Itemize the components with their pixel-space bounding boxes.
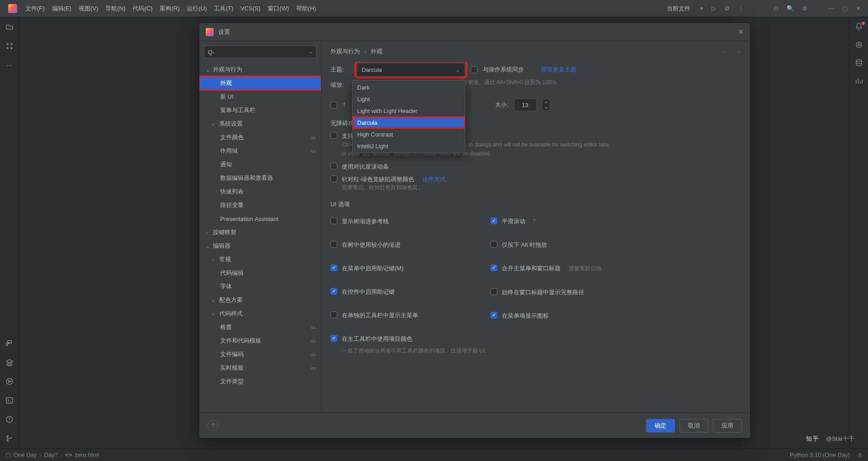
- dropdown-item[interactable]: Light with Light Header: [353, 105, 465, 117]
- python-console-icon[interactable]: [5, 339, 14, 348]
- tree-item[interactable]: Presentation Assistant: [199, 212, 321, 226]
- tree-item[interactable]: 菜单与工具栏: [199, 103, 321, 117]
- tree-item[interactable]: 快速列表: [199, 185, 321, 198]
- tree-item[interactable]: 数据编辑器和查看器: [199, 171, 321, 185]
- database-icon[interactable]: [855, 59, 863, 67]
- breadcrumb[interactable]: ▢ One Day › Day7 › <> zero.html: [5, 452, 99, 458]
- menu-navigate[interactable]: 导航(N): [102, 5, 129, 13]
- menu-tools[interactable]: 工具(T): [210, 5, 237, 13]
- ok-button[interactable]: 确定: [646, 419, 675, 433]
- services-icon[interactable]: [5, 377, 14, 386]
- gear-icon[interactable]: ⚙: [724, 5, 730, 12]
- run-icon[interactable]: ▷: [712, 5, 716, 12]
- screen-reader-checkbox[interactable]: [330, 132, 337, 139]
- checkbox[interactable]: [491, 217, 497, 224]
- how-it-works-link[interactable]: 运作方式: [422, 176, 446, 183]
- tree-item[interactable]: ›代码样式: [199, 307, 321, 320]
- settings-tree[interactable]: ⌄外观与行为外观新 UI菜单与工具栏›系统设置文件颜色▭作用域▭通知数据编辑器和…: [199, 63, 321, 413]
- ai-icon[interactable]: [855, 41, 863, 49]
- checkbox[interactable]: [330, 241, 337, 248]
- tree-item[interactable]: 检查▭: [199, 320, 321, 334]
- menu-file[interactable]: 文件(F): [22, 5, 48, 13]
- tree-item[interactable]: 代码编辑: [199, 266, 321, 280]
- window-close-icon[interactable]: ✕: [856, 5, 861, 12]
- settings-icon[interactable]: ⚙: [802, 5, 807, 12]
- dropdown-item[interactable]: Dark: [353, 81, 465, 93]
- lock-icon[interactable]: [857, 452, 863, 458]
- checkbox[interactable]: [330, 217, 337, 224]
- use-custom-font-checkbox[interactable]: [330, 102, 337, 108]
- person-icon[interactable]: ◴: [774, 5, 778, 12]
- tree-item[interactable]: 字体: [199, 280, 321, 293]
- checkbox[interactable]: [330, 335, 337, 342]
- checkbox[interactable]: [491, 288, 497, 295]
- menu-view[interactable]: 视图(V): [75, 5, 102, 13]
- checkbox[interactable]: [330, 311, 337, 318]
- back-icon[interactable]: ←: [721, 48, 727, 55]
- tree-item[interactable]: 通知: [199, 158, 321, 171]
- more-tools-icon[interactable]: ⋯: [5, 61, 14, 70]
- problems-icon[interactable]: [5, 415, 14, 424]
- tree-item[interactable]: 文件颜色▭: [199, 131, 321, 144]
- search-input[interactable]: [204, 46, 316, 58]
- notifications-icon[interactable]: [855, 23, 863, 31]
- help-icon[interactable]: ?: [533, 217, 536, 224]
- tree-item[interactable]: ›系统设置: [199, 117, 321, 131]
- contrast-scrollbar-checkbox[interactable]: [330, 163, 337, 169]
- menu-window[interactable]: 窗口(W): [264, 5, 292, 13]
- forward-icon[interactable]: →: [735, 48, 741, 55]
- layers-icon[interactable]: [5, 358, 14, 367]
- project-icon[interactable]: [5, 23, 14, 32]
- checkbox[interactable]: [491, 264, 497, 271]
- tree-item[interactable]: ⌄编辑器: [199, 239, 321, 253]
- chevron-down-icon[interactable]: ▾: [700, 5, 703, 12]
- tree-item[interactable]: 文件类型: [199, 375, 321, 388]
- tree-item[interactable]: 文件和代码模板▭: [199, 334, 321, 348]
- font-size-input[interactable]: [514, 99, 537, 111]
- interpreter-label[interactable]: Python 3.10 (One Day): [790, 452, 850, 458]
- search-icon[interactable]: 🔍: [787, 5, 794, 12]
- tree-item[interactable]: 文件编码▭: [199, 348, 321, 361]
- cancel-button[interactable]: 取消: [679, 419, 708, 433]
- stats-icon[interactable]: [855, 77, 863, 85]
- window-restore-icon[interactable]: ▢: [842, 5, 848, 12]
- tree-item[interactable]: ›按键映射: [199, 226, 321, 239]
- dropdown-item[interactable]: IntelliJ Light: [353, 140, 465, 152]
- font-size-stepper[interactable]: ▴▾: [542, 99, 550, 111]
- checkbox[interactable]: [330, 288, 337, 295]
- tree-item[interactable]: 作用域▭: [199, 144, 321, 158]
- structure-icon[interactable]: [5, 42, 14, 51]
- checkbox[interactable]: [491, 241, 497, 248]
- checkbox[interactable]: [330, 264, 337, 271]
- checkbox[interactable]: [491, 312, 497, 319]
- apply-button[interactable]: 应用: [713, 419, 742, 433]
- terminal-icon[interactable]: [5, 396, 14, 405]
- dropdown-item[interactable]: Light: [353, 93, 465, 105]
- menu-run[interactable]: 运行(U): [183, 5, 210, 13]
- tree-item[interactable]: ⌄外观与行为: [199, 63, 321, 76]
- menu-vcs[interactable]: VCS(S): [237, 5, 264, 12]
- menu-refactor[interactable]: 重构(R): [156, 5, 183, 13]
- current-file-label[interactable]: 当前文件: [667, 5, 690, 13]
- theme-combo[interactable]: Darcula ⌄: [357, 63, 465, 76]
- menu-help[interactable]: 帮助(H): [292, 5, 320, 13]
- help-icon[interactable]: ?: [208, 420, 218, 431]
- sync-os-checkbox[interactable]: [471, 66, 477, 73]
- dropdown-item[interactable]: High Contrast: [353, 128, 465, 140]
- get-more-themes-link[interactable]: 获取更多主题: [541, 66, 576, 74]
- more-icon[interactable]: ⋮: [738, 5, 744, 12]
- git-icon[interactable]: [5, 434, 14, 443]
- menu-edit[interactable]: 编辑(E): [48, 5, 75, 13]
- tree-item[interactable]: 路径变量: [199, 198, 321, 212]
- dropdown-item[interactable]: Darcula: [353, 117, 465, 128]
- tree-item[interactable]: 实时模板▭: [199, 361, 321, 375]
- window-minimize-icon[interactable]: —: [828, 5, 834, 12]
- theme-dropdown[interactable]: DarkLightLight with Light HeaderDarculaH…: [352, 80, 465, 153]
- tree-item[interactable]: 新 UI: [199, 90, 321, 103]
- menu-code[interactable]: 代码(C): [129, 5, 156, 13]
- tree-item[interactable]: 外观: [199, 76, 321, 90]
- close-icon[interactable]: ✕: [738, 28, 744, 36]
- tree-item[interactable]: ›常规: [199, 253, 321, 266]
- colorblind-checkbox[interactable]: [330, 175, 337, 182]
- tree-item[interactable]: ›配色方案: [199, 293, 321, 307]
